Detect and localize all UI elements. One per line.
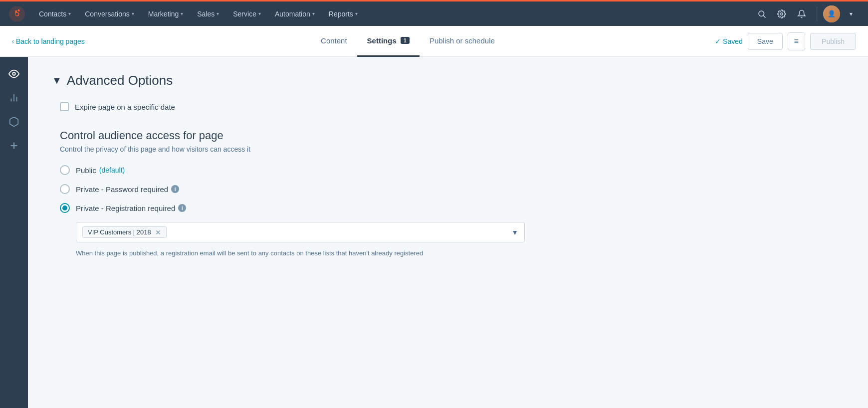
svg-point-0 bbox=[9, 6, 25, 22]
radio-option-private-registration: Private - Registration required i bbox=[60, 203, 844, 213]
svg-point-2 bbox=[759, 11, 764, 16]
tab-content[interactable]: Content bbox=[311, 26, 357, 57]
hamburger-icon: ≡ bbox=[794, 37, 799, 45]
section-title: Advanced Options bbox=[67, 73, 173, 88]
avatar-image: 👤 bbox=[823, 5, 840, 22]
publish-button[interactable]: Publish bbox=[810, 33, 856, 50]
audience-section-title: Control audience access for page bbox=[60, 129, 844, 142]
expire-option-label: Expire page on a specific date bbox=[75, 103, 175, 111]
tab-publish-schedule[interactable]: Publish or schedule bbox=[420, 26, 505, 57]
sidebar-add-icon[interactable] bbox=[3, 135, 25, 157]
account-chevron-icon[interactable]: ▾ bbox=[842, 5, 860, 23]
settings-icon[interactable] bbox=[773, 5, 791, 23]
radio-public[interactable] bbox=[60, 165, 70, 175]
svg-line-3 bbox=[763, 15, 765, 17]
notifications-icon[interactable] bbox=[793, 5, 811, 23]
check-icon: ✓ bbox=[715, 37, 721, 45]
content-area: ▼ Advanced Options Expire page on a spec… bbox=[28, 57, 868, 408]
chevron-down-icon: ▾ bbox=[217, 11, 219, 16]
tag-item-vip: VIP Customers | 2018 ✕ bbox=[82, 226, 167, 238]
hubspot-logo[interactable] bbox=[8, 5, 26, 23]
settings-badge: 1 bbox=[401, 37, 410, 44]
save-button[interactable]: Save bbox=[748, 33, 783, 50]
svg-point-5 bbox=[12, 72, 15, 75]
nav-service[interactable]: Service ▾ bbox=[226, 1, 268, 27]
secondary-navigation: ‹ Back to landing pages Content Settings… bbox=[0, 26, 868, 57]
expire-option-row: Expire page on a specific date bbox=[52, 102, 844, 111]
svg-point-1 bbox=[17, 9, 19, 11]
page-tabs: Content Settings 1 Publish or schedule bbox=[101, 26, 715, 57]
tag-label: VIP Customers | 2018 bbox=[88, 228, 151, 236]
chevron-down-icon: ▾ bbox=[181, 11, 183, 16]
search-icon[interactable] bbox=[753, 5, 771, 23]
radio-private-registration[interactable] bbox=[60, 203, 70, 213]
chevron-down-icon: ▾ bbox=[258, 11, 261, 16]
sidebar-analytics-icon[interactable] bbox=[3, 87, 25, 109]
chevron-down-icon: ▾ bbox=[132, 11, 134, 16]
back-to-landing-pages-link[interactable]: ‹ Back to landing pages bbox=[12, 37, 85, 45]
audience-section: Control audience access for page Control… bbox=[52, 129, 844, 258]
radio-private-password-label: Private - Password required i bbox=[76, 185, 179, 194]
nav-conversations[interactable]: Conversations ▾ bbox=[78, 1, 141, 27]
avatar[interactable]: 👤 bbox=[823, 5, 840, 22]
radio-private-registration-label: Private - Registration required i bbox=[76, 204, 186, 212]
radio-option-public: Public (default) bbox=[60, 165, 844, 175]
left-sidebar bbox=[0, 57, 28, 408]
saved-status: ✓ Saved bbox=[715, 37, 743, 45]
nav-menu: Contacts ▾ Conversations ▾ Marketing ▾ S… bbox=[32, 1, 753, 27]
nav-reports[interactable]: Reports ▾ bbox=[322, 1, 365, 27]
chevron-down-icon: ▾ bbox=[68, 11, 71, 16]
info-icon-registration[interactable]: i bbox=[178, 204, 186, 212]
collapse-chevron-icon[interactable]: ▼ bbox=[52, 75, 62, 86]
nav-action-buttons: ✓ Saved Save ≡ Publish bbox=[715, 32, 856, 50]
chevron-down-icon: ▾ bbox=[312, 11, 315, 16]
nav-contacts[interactable]: Contacts ▾ bbox=[32, 1, 78, 27]
chevron-down-icon: ▾ bbox=[355, 11, 358, 16]
main-layout: ▼ Advanced Options Expire page on a spec… bbox=[0, 57, 868, 408]
top-navigation: Contacts ▾ Conversations ▾ Marketing ▾ S… bbox=[0, 0, 868, 26]
radio-public-label: Public (default) bbox=[76, 166, 125, 175]
advanced-options-header: ▼ Advanced Options bbox=[52, 73, 844, 88]
audience-section-description: Control the privacy of this page and how… bbox=[60, 145, 844, 153]
nav-sales[interactable]: Sales ▾ bbox=[190, 1, 226, 27]
info-icon-password[interactable]: i bbox=[171, 185, 179, 193]
back-arrow-icon: ‹ bbox=[12, 38, 14, 45]
tag-dropdown-container: VIP Customers | 2018 ✕ ▼ bbox=[76, 222, 844, 242]
menu-button[interactable]: ≡ bbox=[788, 32, 805, 50]
dropdown-chevron-icon: ▼ bbox=[511, 228, 518, 236]
tab-settings[interactable]: Settings 1 bbox=[357, 26, 420, 57]
sidebar-modules-icon[interactable] bbox=[3, 111, 25, 133]
nav-divider bbox=[817, 7, 817, 21]
nav-marketing[interactable]: Marketing ▾ bbox=[141, 1, 190, 27]
tag-remove-icon[interactable]: ✕ bbox=[155, 229, 161, 236]
radio-option-private-password: Private - Password required i bbox=[60, 184, 844, 194]
tag-dropdown[interactable]: VIP Customers | 2018 ✕ ▼ bbox=[76, 222, 525, 242]
registration-note: When this page is published, a registrat… bbox=[76, 248, 525, 258]
svg-point-4 bbox=[781, 12, 783, 15]
expire-checkbox[interactable] bbox=[60, 102, 69, 111]
nav-right-actions: 👤 ▾ bbox=[753, 5, 860, 23]
radio-private-password[interactable] bbox=[60, 184, 70, 194]
nav-automation[interactable]: Automation ▾ bbox=[268, 1, 322, 27]
sidebar-preview-icon[interactable] bbox=[3, 63, 25, 85]
public-default-text: (default) bbox=[99, 166, 125, 174]
